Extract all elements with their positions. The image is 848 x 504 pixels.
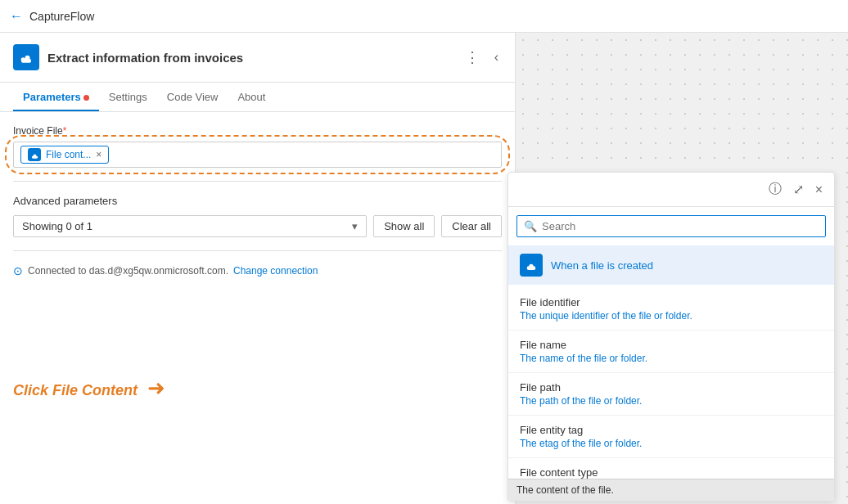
info-button[interactable]: ⓘ: [765, 179, 785, 200]
tab-about[interactable]: About: [228, 83, 275, 111]
panel-header: Extract information from invoices ⋮ ‹: [0, 33, 515, 83]
connection-info: ⊙ Connected to das.d@xg5qw.onmicrosoft.c…: [13, 264, 502, 277]
advanced-params-section: Advanced parameters Showing 0 of 1 ▾ Sho…: [13, 195, 502, 237]
search-box[interactable]: 🔍: [516, 215, 826, 237]
tab-dot: [83, 95, 89, 101]
file-input-area[interactable]: File cont... ×: [13, 142, 502, 168]
panel-body: Invoice File* File cont... ×: [0, 112, 515, 504]
chip-label: File cont...: [46, 149, 91, 160]
invoice-file-label: Invoice File*: [13, 125, 502, 137]
dynamic-panel-header: ⓘ ⤢ ×: [508, 173, 834, 207]
panel-icon: [13, 44, 39, 70]
annotation-text: Click File Content: [13, 382, 138, 398]
tooltip-text: The content of the file.: [516, 484, 614, 496]
close-button[interactable]: ×: [812, 181, 826, 199]
file-chip: File cont... ×: [20, 146, 109, 164]
annotation-container: Click File Content ➜: [13, 376, 502, 401]
list-item-file-path[interactable]: File path The path of the file or folder…: [508, 373, 834, 416]
list-item-file-name[interactable]: File name The name of the file or folder…: [508, 331, 834, 373]
showing-dropdown[interactable]: Showing 0 of 1 ▾: [13, 215, 367, 237]
showing-text: Showing 0 of 1: [22, 220, 92, 232]
chip-cloud-icon: [28, 148, 41, 161]
right-background: ⓘ ⤢ × 🔍 When a file is created: [516, 33, 848, 504]
app-title: CaptureFlow: [29, 10, 94, 23]
tooltip-bar: The content of the file.: [508, 479, 834, 501]
more-options-button[interactable]: ⋮: [462, 45, 483, 70]
divider-1: [13, 181, 502, 182]
list-item-file-entity-tag[interactable]: File entity tag The etag of the file or …: [508, 416, 834, 458]
main-layout: Extract information from invoices ⋮ ‹ Pa…: [0, 33, 848, 504]
divider-2: [13, 250, 502, 251]
top-bar: ← CaptureFlow: [0, 0, 848, 33]
search-icon: 🔍: [524, 220, 537, 232]
clear-all-button[interactable]: Clear all: [441, 215, 502, 237]
left-panel: Extract information from invoices ⋮ ‹ Pa…: [0, 33, 516, 504]
file-input-wrapper: File cont... ×: [13, 142, 502, 168]
change-connection-link[interactable]: Change connection: [233, 265, 318, 277]
adv-params-label: Advanced parameters: [13, 195, 502, 207]
expand-button[interactable]: ⤢: [790, 180, 807, 199]
tab-settings[interactable]: Settings: [99, 83, 157, 111]
when-file-label: When a file is created: [551, 259, 653, 272]
connection-icon: ⊙: [13, 264, 23, 277]
connection-text: Connected to das.d@xg5qw.onmicrosoft.com…: [28, 265, 228, 277]
when-file-icon: [520, 254, 543, 277]
collapse-button[interactable]: ‹: [491, 47, 502, 68]
when-file-section: When a file is created: [508, 245, 834, 285]
dropdown-chevron-icon: ▾: [352, 220, 358, 232]
dynamic-panel: ⓘ ⤢ × 🔍 When a file is created: [507, 172, 835, 502]
tabs: Parameters Settings Code View About: [0, 83, 515, 112]
list-item-file-identifier[interactable]: File identifier The unique identifier of…: [508, 288, 834, 331]
list-items: File identifier The unique identifier of…: [508, 288, 834, 501]
annotation-arrow-icon: ➜: [147, 376, 165, 400]
tab-code-view[interactable]: Code View: [157, 83, 228, 111]
tab-parameters[interactable]: Parameters: [13, 83, 99, 111]
required-star: *: [63, 125, 67, 137]
invoice-file-section: Invoice File* File cont... ×: [13, 125, 502, 168]
show-all-button[interactable]: Show all: [373, 215, 435, 237]
search-input[interactable]: [542, 220, 819, 232]
adv-params-row: Showing 0 of 1 ▾ Show all Clear all: [13, 215, 502, 237]
back-button[interactable]: ←: [10, 9, 23, 24]
chip-close-button[interactable]: ×: [96, 149, 101, 160]
panel-title: Extract information from invoices: [47, 51, 453, 65]
